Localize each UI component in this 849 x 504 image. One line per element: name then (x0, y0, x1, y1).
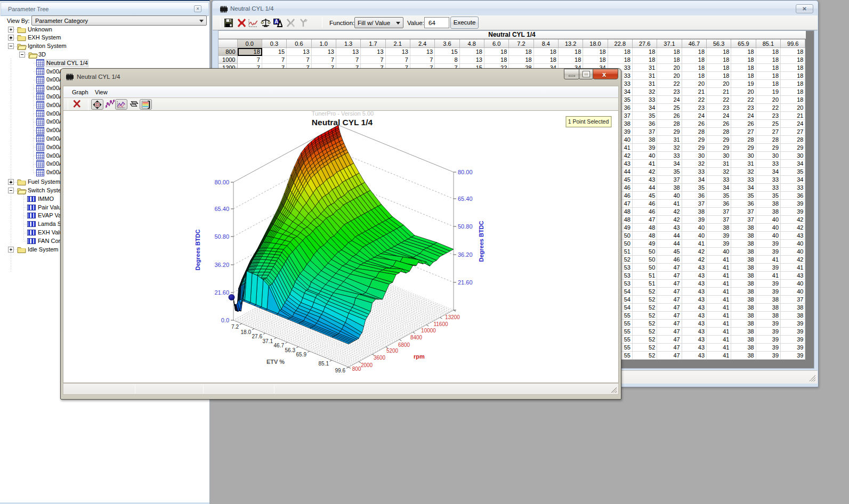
svg-text:37.1: 37.1 (263, 338, 273, 344)
svg-text:13200: 13200 (445, 314, 460, 320)
svg-text:5200: 5200 (386, 348, 399, 354)
svg-text:A: A (274, 19, 278, 25)
svg-text:800: 800 (352, 366, 361, 372)
svg-text:3600: 3600 (374, 355, 386, 361)
svg-text:80.00: 80.00 (214, 179, 229, 185)
svg-text:50.80: 50.80 (214, 233, 229, 240)
svg-text:TunerPro - Version 5.00: TunerPro - Version 5.00 (312, 111, 374, 117)
svg-text:6800: 6800 (398, 342, 410, 348)
svg-text:21.60: 21.60 (458, 279, 473, 286)
svg-text:21.60: 21.60 (214, 289, 229, 296)
svg-text:rpm: rpm (414, 353, 425, 360)
svg-text:Degrees BTDC: Degrees BTDC (195, 229, 201, 270)
svg-text:65.40: 65.40 (458, 196, 473, 202)
svg-text:18.0: 18.0 (241, 329, 252, 335)
svg-text:ETV %: ETV % (266, 359, 285, 365)
svg-text:2000: 2000 (361, 362, 373, 368)
svg-text:Degrees BTDC: Degrees BTDC (478, 221, 484, 262)
svg-text:8400: 8400 (410, 335, 423, 340)
svg-text:Neutral CYL 1/4: Neutral CYL 1/4 (312, 118, 373, 127)
svg-text:36.20: 36.20 (214, 262, 229, 268)
svg-text:99.6: 99.6 (335, 368, 346, 373)
svg-text:36.20: 36.20 (458, 251, 473, 258)
svg-text:65.40: 65.40 (214, 206, 229, 212)
svg-text:56.3: 56.3 (285, 347, 296, 353)
svg-text:0.0: 0.0 (221, 317, 229, 323)
svg-text:80.00: 80.00 (458, 169, 473, 175)
svg-text:27.6: 27.6 (252, 334, 263, 339)
svg-text:85.1: 85.1 (319, 361, 329, 367)
svg-text:1 Point Selected: 1 Point Selected (568, 118, 609, 125)
svg-text:11600: 11600 (433, 321, 448, 327)
svg-text:65.9: 65.9 (296, 352, 307, 357)
svg-text:7.2: 7.2 (231, 324, 239, 330)
svg-text:50.80: 50.80 (458, 223, 473, 230)
svg-text:10000: 10000 (421, 328, 436, 334)
svg-text:46.7: 46.7 (274, 343, 285, 348)
